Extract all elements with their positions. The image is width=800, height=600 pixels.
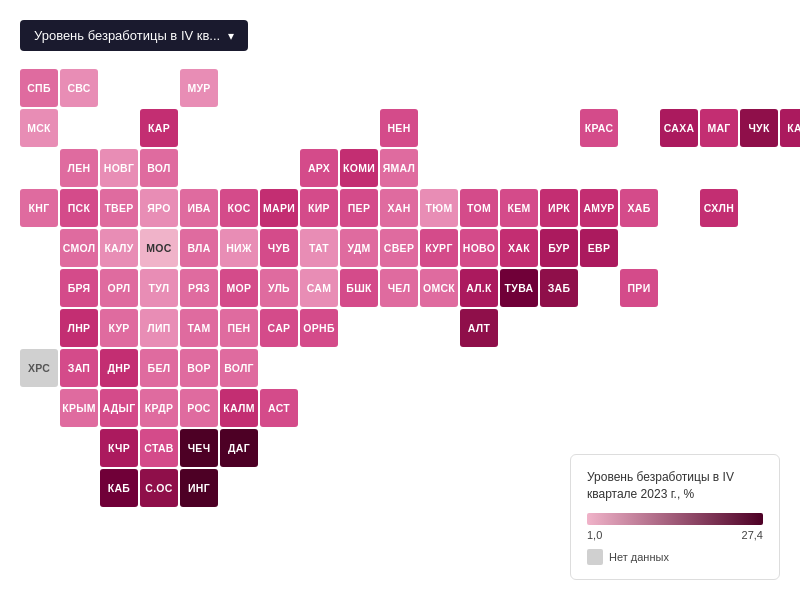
region-cell-КАБ[interactable]: КАБ (100, 469, 138, 507)
region-cell-КРДР[interactable]: КРДР (140, 389, 178, 427)
region-cell-БШК[interactable]: БШК (340, 269, 378, 307)
region-cell-АДЫГ[interactable]: АДЫГ (100, 389, 138, 427)
region-cell-РЯЗ[interactable]: РЯЗ (180, 269, 218, 307)
region-cell-КНГ[interactable]: КНГ (20, 189, 58, 227)
region-cell-ТЮМ[interactable]: ТЮМ (420, 189, 458, 227)
region-cell-ЛНР[interactable]: ЛНР (60, 309, 98, 347)
region-cell-ЯРО[interactable]: ЯРО (140, 189, 178, 227)
region-cell-ИВА[interactable]: ИВА (180, 189, 218, 227)
region-cell-ЗАП[interactable]: ЗАП (60, 349, 98, 387)
dropdown-button[interactable]: Уровень безработицы в IV кв... ▾ (20, 20, 248, 51)
region-cell-СХЛН[interactable]: СХЛН (700, 189, 738, 227)
region-cell-УДМ[interactable]: УДМ (340, 229, 378, 267)
region-cell-КАМ[interactable]: КАМ (780, 109, 800, 147)
region-cell-ПСК[interactable]: ПСК (60, 189, 98, 227)
region-cell-СПБ[interactable]: СПБ (20, 69, 58, 107)
empty-cell (420, 389, 458, 427)
region-cell-АРХ[interactable]: АРХ (300, 149, 338, 187)
region-cell-АМУР[interactable]: АМУР (580, 189, 618, 227)
region-cell-БУР[interactable]: БУР (540, 229, 578, 267)
region-cell-КАР[interactable]: КАР (140, 109, 178, 147)
legend-nodata-label: Нет данных (609, 551, 669, 563)
region-cell-КУР[interactable]: КУР (100, 309, 138, 347)
region-cell-ЧЕЧ[interactable]: ЧЕЧ (180, 429, 218, 467)
region-cell-ЧУВ[interactable]: ЧУВ (260, 229, 298, 267)
region-cell-ДНР[interactable]: ДНР (100, 349, 138, 387)
region-cell-ВЛА[interactable]: ВЛА (180, 229, 218, 267)
region-cell-МОС[interactable]: МОС (140, 229, 178, 267)
region-cell-ХАН[interactable]: ХАН (380, 189, 418, 227)
region-cell-САР[interactable]: САР (260, 309, 298, 347)
region-cell-СВС[interactable]: СВС (60, 69, 98, 107)
region-cell-ХАК[interactable]: ХАК (500, 229, 538, 267)
region-cell-МАГ[interactable]: МАГ (700, 109, 738, 147)
region-cell-ВОР[interactable]: ВОР (180, 349, 218, 387)
region-cell-ТОМ[interactable]: ТОМ (460, 189, 498, 227)
region-cell-ЗАБ[interactable]: ЗАБ (540, 269, 578, 307)
region-cell-ХАБ[interactable]: ХАБ (620, 189, 658, 227)
empty-cell (20, 309, 58, 347)
region-cell-СВЕР[interactable]: СВЕР (380, 229, 418, 267)
region-cell-БЕЛ[interactable]: БЕЛ (140, 349, 178, 387)
region-cell-ОМСК[interactable]: ОМСК (420, 269, 458, 307)
region-cell-САМ[interactable]: САМ (300, 269, 338, 307)
region-cell-ОРНБ[interactable]: ОРНБ (300, 309, 338, 347)
region-cell-АЛТ[interactable]: АЛТ (460, 309, 498, 347)
empty-cell (380, 309, 418, 347)
region-cell-КАЛУ[interactable]: КАЛУ (100, 229, 138, 267)
region-cell-СМОЛ[interactable]: СМОЛ (60, 229, 98, 267)
empty-cell (420, 349, 458, 387)
region-cell-ВОЛ[interactable]: ВОЛ (140, 149, 178, 187)
region-cell-АСТ[interactable]: АСТ (260, 389, 298, 427)
region-cell-ТВЕР[interactable]: ТВЕР (100, 189, 138, 227)
empty-cell (660, 149, 698, 187)
region-cell-НИЖ[interactable]: НИЖ (220, 229, 258, 267)
region-cell-ЯМАЛ[interactable]: ЯМАЛ (380, 149, 418, 187)
region-cell-ИНГ[interactable]: ИНГ (180, 469, 218, 507)
region-cell-НОВО[interactable]: НОВО (460, 229, 498, 267)
region-cell-ВОЛГ[interactable]: ВОЛГ (220, 349, 258, 387)
region-cell-ЛИП[interactable]: ЛИП (140, 309, 178, 347)
region-cell-МУР[interactable]: МУР (180, 69, 218, 107)
region-cell-КРЫМ[interactable]: КРЫМ (60, 389, 98, 427)
region-cell-КИР[interactable]: КИР (300, 189, 338, 227)
region-cell-АЛ.К[interactable]: АЛ.К (460, 269, 498, 307)
region-cell-МСК[interactable]: МСК (20, 109, 58, 147)
region-cell-ДАГ[interactable]: ДАГ (220, 429, 258, 467)
region-cell-МАРИ[interactable]: МАРИ (260, 189, 298, 227)
region-cell-КУРГ[interactable]: КУРГ (420, 229, 458, 267)
region-cell-ПЕН[interactable]: ПЕН (220, 309, 258, 347)
region-cell-ПРИ[interactable]: ПРИ (620, 269, 658, 307)
region-cell-НОВГ[interactable]: НОВГ (100, 149, 138, 187)
legend-nodata: Нет данных (587, 549, 763, 565)
region-cell-РОС[interactable]: РОС (180, 389, 218, 427)
region-cell-ОРЛ[interactable]: ОРЛ (100, 269, 138, 307)
region-cell-БРЯ[interactable]: БРЯ (60, 269, 98, 307)
region-cell-ХРС[interactable]: ХРС (20, 349, 58, 387)
region-cell-САХА[interactable]: САХА (660, 109, 698, 147)
region-cell-ЧЕЛ[interactable]: ЧЕЛ (380, 269, 418, 307)
region-cell-КЧР[interactable]: КЧР (100, 429, 138, 467)
region-cell-ЛЕН[interactable]: ЛЕН (60, 149, 98, 187)
region-cell-ТУЛ[interactable]: ТУЛ (140, 269, 178, 307)
region-cell-ТАМ[interactable]: ТАМ (180, 309, 218, 347)
region-cell-КРАС[interactable]: КРАС (580, 109, 618, 147)
region-cell-УЛЬ[interactable]: УЛЬ (260, 269, 298, 307)
region-cell-С.ОС[interactable]: С.ОС (140, 469, 178, 507)
empty-cell (660, 309, 698, 347)
region-cell-НЕН[interactable]: НЕН (380, 109, 418, 147)
region-cell-КОМИ[interactable]: КОМИ (340, 149, 378, 187)
region-cell-КЕМ[interactable]: КЕМ (500, 189, 538, 227)
region-cell-ЕВР[interactable]: ЕВР (580, 229, 618, 267)
region-cell-ТУВА[interactable]: ТУВА (500, 269, 538, 307)
empty-cell (20, 389, 58, 427)
region-cell-СТАВ[interactable]: СТАВ (140, 429, 178, 467)
region-cell-ТАТ[interactable]: ТАТ (300, 229, 338, 267)
region-cell-ЧУК[interactable]: ЧУК (740, 109, 778, 147)
region-cell-МОР[interactable]: МОР (220, 269, 258, 307)
empty-cell (460, 69, 498, 107)
region-cell-КАЛМ[interactable]: КАЛМ (220, 389, 258, 427)
region-cell-КОС[interactable]: КОС (220, 189, 258, 227)
region-cell-ИРК[interactable]: ИРК (540, 189, 578, 227)
region-cell-ПЕР[interactable]: ПЕР (340, 189, 378, 227)
